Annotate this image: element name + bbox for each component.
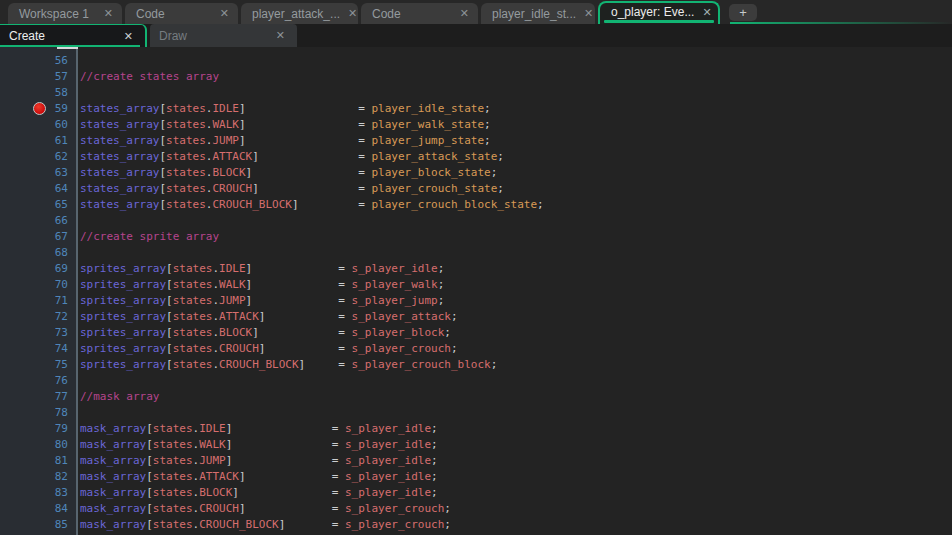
close-icon[interactable]: ✕ — [702, 6, 711, 19]
code-line-82[interactable]: mask_array[states.ATTACK] = s_player_idl… — [80, 469, 952, 485]
code-token: states_array — [80, 198, 159, 211]
code-line-63[interactable]: states_array[states.BLOCK] = player_bloc… — [80, 165, 952, 181]
code-token: ; — [431, 454, 438, 467]
line-number-83[interactable]: 83 — [0, 485, 76, 501]
close-icon[interactable]: ✕ — [124, 30, 133, 43]
workspace-tab-workspace-1[interactable]: Workspace 1✕ — [8, 3, 122, 24]
code-token: player_attack_state — [371, 150, 497, 163]
code-line-58[interactable] — [80, 85, 952, 101]
code-token: mask_array — [80, 470, 146, 483]
close-icon[interactable]: ✕ — [348, 7, 357, 20]
code-token: ] = — [226, 454, 345, 467]
new-tab-button[interactable]: + — [729, 4, 757, 21]
editor-gutter[interactable]: 5657585960616263646566676869707172737475… — [0, 47, 78, 535]
breakpoint-icon[interactable] — [33, 102, 46, 115]
line-number-56[interactable]: 56 — [0, 53, 76, 69]
code-line-59[interactable]: states_array[states.IDLE] = player_idle_… — [80, 101, 952, 117]
code-line-79[interactable]: mask_array[states.IDLE] = s_player_idle; — [80, 421, 952, 437]
code-line-77[interactable]: //mask array — [80, 389, 952, 405]
close-icon[interactable]: ✕ — [460, 7, 469, 20]
line-number-72[interactable]: 72 — [0, 309, 76, 325]
code-line-76[interactable] — [80, 373, 952, 389]
code-line-72[interactable]: sprites_array[states.ATTACK] = s_player_… — [80, 309, 952, 325]
code-line-60[interactable]: states_array[states.WALK] = player_walk_… — [80, 117, 952, 133]
code-line-69[interactable]: sprites_array[states.IDLE] = s_player_id… — [80, 261, 952, 277]
line-number-78[interactable]: 78 — [0, 405, 76, 421]
line-number-85[interactable]: 85 — [0, 517, 76, 533]
code-token: ; — [497, 150, 504, 163]
line-number-75[interactable]: 75 — [0, 357, 76, 373]
line-number-61[interactable]: 61 — [0, 133, 76, 149]
line-number-69[interactable]: 69 — [0, 261, 76, 277]
close-icon[interactable]: ✕ — [104, 7, 113, 20]
code-token: states — [173, 294, 213, 307]
code-line-85[interactable]: mask_array[states.CROUCH_BLOCK] = s_play… — [80, 517, 952, 533]
code-token: CROUCH_BLOCK — [199, 518, 278, 531]
code-line-64[interactable]: states_array[states.CROUCH] = player_cro… — [80, 181, 952, 197]
line-number-63[interactable]: 63 — [0, 165, 76, 181]
workspace-tab-code[interactable]: Code✕ — [361, 3, 478, 24]
line-number-68[interactable]: 68 — [0, 245, 76, 261]
line-number-77[interactable]: 77 — [0, 389, 76, 405]
line-number-60[interactable]: 60 — [0, 117, 76, 133]
line-number-82[interactable]: 82 — [0, 469, 76, 485]
code-line-66[interactable] — [80, 213, 952, 229]
line-number-59[interactable]: 59 — [0, 101, 76, 117]
code-token: ; — [438, 278, 445, 291]
code-line-61[interactable]: states_array[states.JUMP] = player_jump_… — [80, 133, 952, 149]
line-number-64[interactable]: 64 — [0, 181, 76, 197]
code-token: ATTACK — [212, 150, 252, 163]
workspace-tab-player-idle-st-[interactable]: player_idle_st...✕ — [481, 3, 595, 24]
code-line-71[interactable]: sprites_array[states.JUMP] = s_player_ju… — [80, 293, 952, 309]
code-line-83[interactable]: mask_array[states.BLOCK] = s_player_idle… — [80, 485, 952, 501]
code-token: s_player_idle — [345, 470, 431, 483]
event-tab-draw[interactable]: Draw✕ — [150, 24, 297, 47]
code-line-57[interactable]: //create states array — [80, 69, 952, 85]
line-number-text: 84 — [55, 502, 68, 515]
code-line-84[interactable]: mask_array[states.CROUCH] = s_player_cro… — [80, 501, 952, 517]
line-number-58[interactable]: 58 — [0, 85, 76, 101]
line-number-71[interactable]: 71 — [0, 293, 76, 309]
line-number-73[interactable]: 73 — [0, 325, 76, 341]
close-icon[interactable]: ✕ — [276, 29, 285, 42]
code-token: ] = — [292, 198, 371, 211]
code-line-67[interactable]: //create sprite array — [80, 229, 952, 245]
workspace-tab-code[interactable]: Code✕ — [125, 3, 238, 24]
line-number-84[interactable]: 84 — [0, 501, 76, 517]
code-editor[interactable]: 5657585960616263646566676869707172737475… — [0, 47, 952, 535]
code-line-80[interactable]: mask_array[states.WALK] = s_player_idle; — [80, 437, 952, 453]
close-icon[interactable]: ✕ — [220, 7, 229, 20]
code-token: s_player_attack — [352, 310, 451, 323]
code-token: ] = — [252, 182, 371, 195]
tab-label: Code — [372, 7, 401, 21]
workspace-tab-o-player-eve-[interactable]: o_player: Eve...✕ — [598, 1, 720, 24]
code-line-73[interactable]: sprites_array[states.BLOCK] = s_player_b… — [80, 325, 952, 341]
line-number-76[interactable]: 76 — [0, 373, 76, 389]
code-token: ] = — [226, 438, 345, 451]
code-line-81[interactable]: mask_array[states.JUMP] = s_player_idle; — [80, 453, 952, 469]
code-line-62[interactable]: states_array[states.ATTACK] = player_att… — [80, 149, 952, 165]
line-number-67[interactable]: 67 — [0, 229, 76, 245]
code-line-70[interactable]: sprites_array[states.WALK] = s_player_wa… — [80, 277, 952, 293]
code-line-68[interactable] — [80, 245, 952, 261]
code-line-78[interactable] — [80, 405, 952, 421]
workspace-tab-player-attack-[interactable]: player_attack_...✕ — [241, 3, 358, 24]
code-line-65[interactable]: states_array[states.CROUCH_BLOCK] = play… — [80, 197, 952, 213]
line-number-70[interactable]: 70 — [0, 277, 76, 293]
code-token: states_array — [80, 150, 159, 163]
line-number-74[interactable]: 74 — [0, 341, 76, 357]
close-icon[interactable]: ✕ — [584, 7, 593, 20]
code-area[interactable]: //create states arraystates_array[states… — [78, 47, 952, 535]
line-number-66[interactable]: 66 — [0, 213, 76, 229]
code-line-56[interactable] — [80, 53, 952, 69]
line-number-79[interactable]: 79 — [0, 421, 76, 437]
line-number-57[interactable]: 57 — [0, 69, 76, 85]
line-number-62[interactable]: 62 — [0, 149, 76, 165]
gamemaker-window: Workspace 1✕Code✕player_attack_...✕Code✕… — [0, 0, 952, 535]
code-line-74[interactable]: sprites_array[states.CROUCH] = s_player_… — [80, 341, 952, 357]
line-number-80[interactable]: 80 — [0, 437, 76, 453]
code-line-75[interactable]: sprites_array[states.CROUCH_BLOCK] = s_p… — [80, 357, 952, 373]
line-number-81[interactable]: 81 — [0, 453, 76, 469]
event-tab-create[interactable]: Create✕ — [0, 24, 147, 47]
line-number-65[interactable]: 65 — [0, 197, 76, 213]
